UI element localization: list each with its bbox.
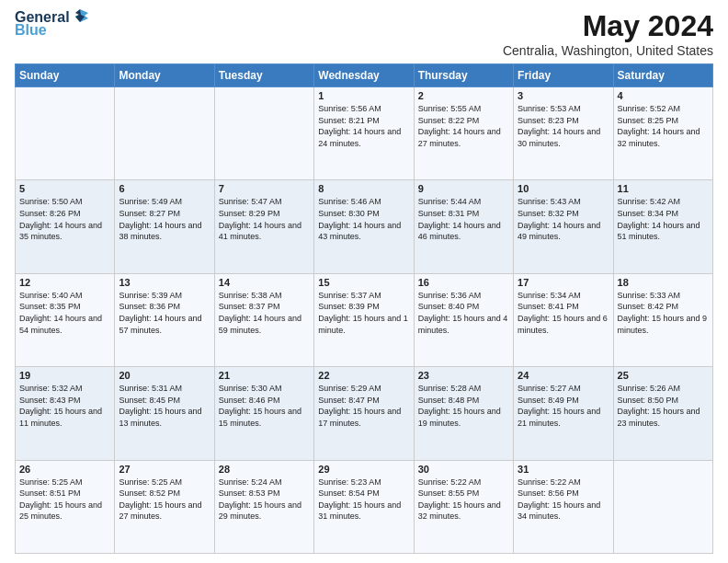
calendar-cell: 7Sunrise: 5:47 AMSunset: 8:29 PMDaylight… — [214, 180, 313, 273]
day-info: Sunrise: 5:32 AMSunset: 8:43 PMDaylight:… — [19, 383, 110, 429]
day-number: 24 — [518, 370, 609, 381]
day-number: 2 — [418, 90, 509, 101]
day-number: 19 — [19, 370, 110, 381]
day-info: Sunrise: 5:50 AMSunset: 8:26 PMDaylight:… — [19, 196, 110, 242]
calendar-cell: 9Sunrise: 5:44 AMSunset: 8:31 PMDaylight… — [414, 180, 513, 273]
calendar-cell: 11Sunrise: 5:42 AMSunset: 8:34 PMDayligh… — [613, 180, 712, 273]
calendar-cell — [115, 87, 214, 180]
logo-container: General Blue — [15, 9, 88, 39]
day-number: 29 — [318, 464, 409, 475]
calendar-week-row: 1Sunrise: 5:56 AMSunset: 8:21 PMDaylight… — [16, 87, 713, 180]
logo-bird-icon — [72, 7, 88, 24]
day-info: Sunrise: 5:37 AMSunset: 8:39 PMDaylight:… — [318, 290, 409, 336]
day-number: 9 — [418, 183, 509, 194]
day-number: 5 — [19, 183, 110, 194]
day-number: 30 — [418, 464, 509, 475]
calendar-cell: 8Sunrise: 5:46 AMSunset: 8:30 PMDaylight… — [314, 180, 414, 273]
day-info: Sunrise: 5:28 AMSunset: 8:48 PMDaylight:… — [418, 383, 509, 429]
day-number: 28 — [219, 464, 310, 475]
day-info: Sunrise: 5:44 AMSunset: 8:31 PMDaylight:… — [418, 196, 509, 242]
calendar-cell: 26Sunrise: 5:25 AMSunset: 8:51 PMDayligh… — [16, 460, 115, 553]
calendar-cell: 25Sunrise: 5:26 AMSunset: 8:50 PMDayligh… — [613, 367, 712, 460]
col-tuesday: Tuesday — [214, 64, 313, 87]
day-number: 13 — [119, 277, 210, 288]
calendar-cell: 27Sunrise: 5:25 AMSunset: 8:52 PMDayligh… — [115, 460, 214, 553]
calendar-cell: 10Sunrise: 5:43 AMSunset: 8:32 PMDayligh… — [514, 180, 613, 273]
day-number: 16 — [418, 277, 509, 288]
calendar-cell: 2Sunrise: 5:55 AMSunset: 8:22 PMDaylight… — [414, 87, 513, 180]
day-number: 26 — [19, 464, 110, 475]
day-info: Sunrise: 5:56 AMSunset: 8:21 PMDaylight:… — [318, 103, 409, 149]
day-info: Sunrise: 5:25 AMSunset: 8:52 PMDaylight:… — [119, 477, 210, 523]
day-info: Sunrise: 5:34 AMSunset: 8:41 PMDaylight:… — [518, 290, 609, 336]
day-info: Sunrise: 5:27 AMSunset: 8:49 PMDaylight:… — [518, 383, 609, 429]
calendar-cell: 17Sunrise: 5:34 AMSunset: 8:41 PMDayligh… — [514, 273, 613, 366]
calendar-cell: 21Sunrise: 5:30 AMSunset: 8:46 PMDayligh… — [214, 367, 313, 460]
calendar-cell: 1Sunrise: 5:56 AMSunset: 8:21 PMDaylight… — [314, 87, 414, 180]
day-info: Sunrise: 5:40 AMSunset: 8:35 PMDaylight:… — [19, 290, 110, 336]
logo: General Blue — [15, 9, 88, 39]
calendar-cell: 20Sunrise: 5:31 AMSunset: 8:45 PMDayligh… — [115, 367, 214, 460]
title-block: May 2024 Centralia, Washington, United S… — [503, 9, 713, 58]
logo-blue-text: Blue — [15, 22, 47, 39]
calendar-header-row: Sunday Monday Tuesday Wednesday Thursday… — [16, 64, 713, 87]
calendar-cell: 31Sunrise: 5:22 AMSunset: 8:56 PMDayligh… — [514, 460, 613, 553]
calendar-week-row: 12Sunrise: 5:40 AMSunset: 8:35 PMDayligh… — [16, 273, 713, 366]
col-wednesday: Wednesday — [314, 64, 414, 87]
calendar-cell: 4Sunrise: 5:52 AMSunset: 8:25 PMDaylight… — [613, 87, 712, 180]
calendar-cell: 5Sunrise: 5:50 AMSunset: 8:26 PMDaylight… — [16, 180, 115, 273]
day-info: Sunrise: 5:26 AMSunset: 8:50 PMDaylight:… — [618, 383, 709, 429]
day-info: Sunrise: 5:25 AMSunset: 8:51 PMDaylight:… — [19, 477, 110, 523]
day-number: 1 — [318, 90, 409, 101]
day-info: Sunrise: 5:52 AMSunset: 8:25 PMDaylight:… — [618, 103, 709, 149]
day-number: 12 — [19, 277, 110, 288]
calendar-cell — [613, 460, 712, 553]
day-info: Sunrise: 5:39 AMSunset: 8:36 PMDaylight:… — [119, 290, 210, 336]
calendar-cell: 16Sunrise: 5:36 AMSunset: 8:40 PMDayligh… — [414, 273, 513, 366]
day-info: Sunrise: 5:29 AMSunset: 8:47 PMDaylight:… — [318, 383, 409, 429]
calendar-cell: 3Sunrise: 5:53 AMSunset: 8:23 PMDaylight… — [514, 87, 613, 180]
day-number: 23 — [418, 370, 509, 381]
day-number: 11 — [618, 183, 709, 194]
day-info: Sunrise: 5:30 AMSunset: 8:46 PMDaylight:… — [219, 383, 310, 429]
calendar-cell: 18Sunrise: 5:33 AMSunset: 8:42 PMDayligh… — [613, 273, 712, 366]
calendar-cell: 23Sunrise: 5:28 AMSunset: 8:48 PMDayligh… — [414, 367, 513, 460]
day-number: 22 — [318, 370, 409, 381]
day-number: 25 — [618, 370, 709, 381]
day-info: Sunrise: 5:31 AMSunset: 8:45 PMDaylight:… — [119, 383, 210, 429]
day-info: Sunrise: 5:36 AMSunset: 8:40 PMDaylight:… — [418, 290, 509, 336]
calendar-cell: 6Sunrise: 5:49 AMSunset: 8:27 PMDaylight… — [115, 180, 214, 273]
col-monday: Monday — [115, 64, 214, 87]
calendar-cell: 14Sunrise: 5:38 AMSunset: 8:37 PMDayligh… — [214, 273, 313, 366]
day-info: Sunrise: 5:53 AMSunset: 8:23 PMDaylight:… — [518, 103, 609, 149]
calendar-cell — [214, 87, 313, 180]
calendar-cell: 28Sunrise: 5:24 AMSunset: 8:53 PMDayligh… — [214, 460, 313, 553]
day-number: 4 — [618, 90, 709, 101]
day-number: 10 — [518, 183, 609, 194]
calendar-cell: 29Sunrise: 5:23 AMSunset: 8:54 PMDayligh… — [314, 460, 414, 553]
subtitle: Centralia, Washington, United States — [503, 43, 713, 58]
day-number: 31 — [518, 464, 609, 475]
day-info: Sunrise: 5:22 AMSunset: 8:56 PMDaylight:… — [518, 477, 609, 523]
calendar-week-row: 19Sunrise: 5:32 AMSunset: 8:43 PMDayligh… — [16, 367, 713, 460]
col-saturday: Saturday — [613, 64, 712, 87]
day-info: Sunrise: 5:23 AMSunset: 8:54 PMDaylight:… — [318, 477, 409, 523]
calendar-week-row: 5Sunrise: 5:50 AMSunset: 8:26 PMDaylight… — [16, 180, 713, 273]
calendar-cell: 19Sunrise: 5:32 AMSunset: 8:43 PMDayligh… — [16, 367, 115, 460]
header: General Blue May 2024 Centralia, Washing… — [15, 9, 713, 58]
day-info: Sunrise: 5:55 AMSunset: 8:22 PMDaylight:… — [418, 103, 509, 149]
calendar-table: Sunday Monday Tuesday Wednesday Thursday… — [15, 63, 713, 554]
calendar-cell: 13Sunrise: 5:39 AMSunset: 8:36 PMDayligh… — [115, 273, 214, 366]
day-number: 17 — [518, 277, 609, 288]
day-number: 15 — [318, 277, 409, 288]
day-number: 14 — [219, 277, 310, 288]
day-info: Sunrise: 5:46 AMSunset: 8:30 PMDaylight:… — [318, 196, 409, 242]
day-info: Sunrise: 5:24 AMSunset: 8:53 PMDaylight:… — [219, 477, 310, 523]
calendar-cell: 24Sunrise: 5:27 AMSunset: 8:49 PMDayligh… — [514, 367, 613, 460]
day-info: Sunrise: 5:22 AMSunset: 8:55 PMDaylight:… — [418, 477, 509, 523]
calendar-cell — [16, 87, 115, 180]
day-number: 3 — [518, 90, 609, 101]
day-number: 21 — [219, 370, 310, 381]
col-thursday: Thursday — [414, 64, 513, 87]
main-title: May 2024 — [503, 9, 713, 43]
